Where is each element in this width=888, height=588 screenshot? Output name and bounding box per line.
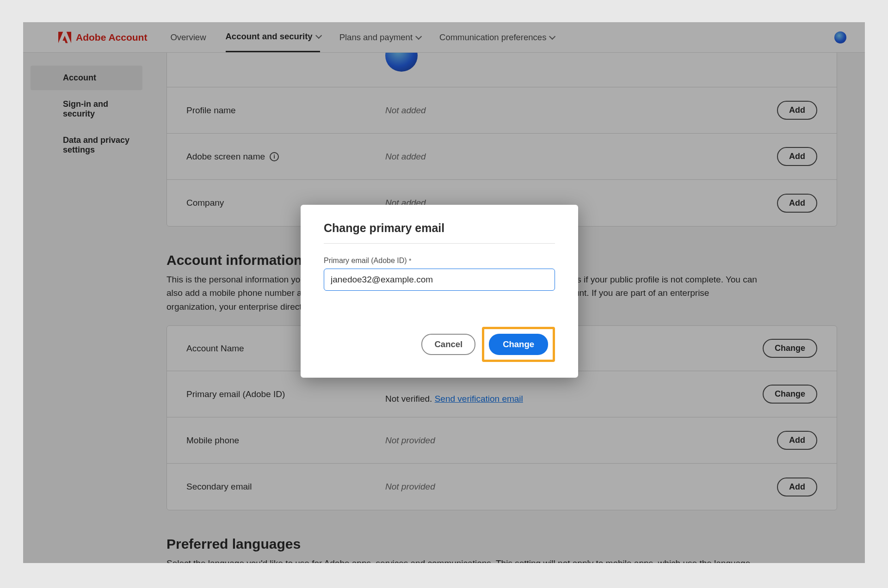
attention-highlight: Change — [482, 327, 555, 362]
primary-email-input[interactable] — [324, 269, 555, 291]
app-viewport: Adobe Account Overview Account and secur… — [23, 22, 865, 563]
dialog-field-label: Primary email (Adobe ID) * — [324, 257, 555, 265]
cancel-button[interactable]: Cancel — [421, 334, 475, 355]
dialog-actions: Cancel Change — [324, 327, 555, 362]
confirm-change-button[interactable]: Change — [489, 334, 548, 355]
dialog-field-label-text: Primary email (Adobe ID) — [324, 257, 407, 264]
dialog-title: Change primary email — [324, 221, 555, 244]
required-asterisk: * — [409, 257, 411, 264]
change-email-dialog: Change primary email Primary email (Adob… — [301, 205, 578, 378]
